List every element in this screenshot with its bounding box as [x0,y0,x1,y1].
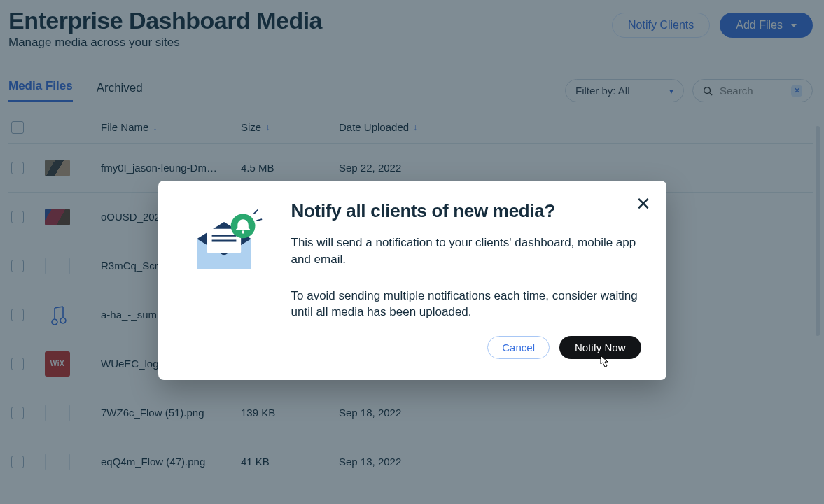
svg-line-10 [253,210,258,214]
close-icon[interactable]: ✕ [636,193,651,215]
envelope-bell-icon [183,200,265,359]
notify-modal: ✕ Notify all clients of new media? [158,181,666,380]
svg-point-9 [241,230,244,233]
modal-title: Notify all clients of new media? [291,200,641,222]
modal-paragraph-1: This will send a notification to your cl… [291,234,641,268]
cancel-button[interactable]: Cancel [487,336,550,359]
notify-now-button[interactable]: Notify Now [559,336,641,359]
modal-paragraph-2: To avoid sending multiple notifications … [291,288,641,321]
svg-line-11 [256,219,262,220]
